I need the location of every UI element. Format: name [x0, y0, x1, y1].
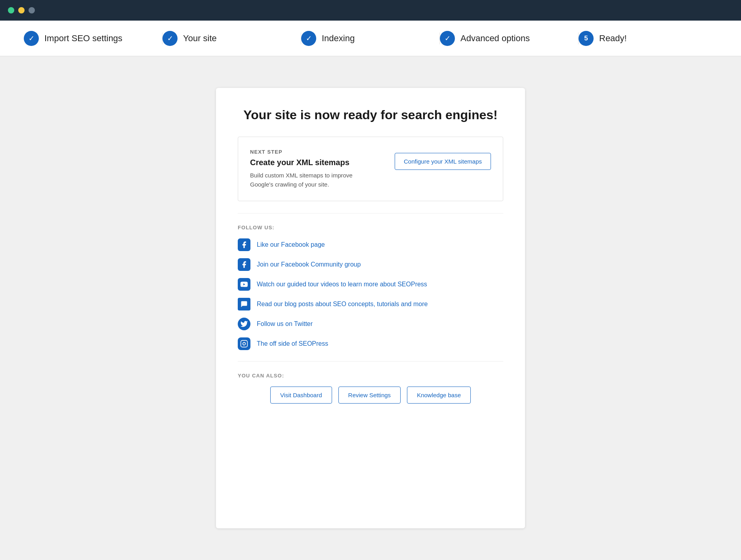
next-step-desc: Build custom XML sitemaps to improve Goo…: [250, 171, 369, 189]
you-can-also-label: YOU CAN ALSO:: [238, 373, 503, 379]
youtube-link[interactable]: Watch our guided tour videos to learn mo…: [238, 278, 503, 291]
follow-us-label: FOLLOW US:: [238, 225, 503, 230]
step-item-your-site: ✓ Your site: [162, 31, 301, 46]
instagram-text: The off side of SEOPress: [257, 340, 328, 347]
twitter-link[interactable]: Follow us on Twitter: [238, 318, 503, 330]
facebook-like-text: Like our Facebook page: [257, 241, 325, 248]
next-step-label: NEXT STEP: [250, 149, 369, 155]
step-check-import-seo: ✓: [24, 31, 39, 46]
youtube-text: Watch our guided tour videos to learn mo…: [257, 281, 427, 288]
traffic-light-gray: [29, 7, 35, 13]
step-check-your-site: ✓: [162, 31, 178, 46]
traffic-light-yellow: [18, 7, 25, 13]
step-label-your-site: Your site: [183, 33, 217, 44]
blog-icon: [238, 298, 250, 310]
facebook-like-icon: [238, 238, 250, 251]
blog-link[interactable]: Read our blog posts about SEO concepts, …: [238, 298, 503, 310]
review-settings-button[interactable]: Review Settings: [338, 387, 401, 404]
step-check-advanced-options: ✓: [440, 31, 455, 46]
step-item-ready: 5 Ready!: [579, 31, 717, 46]
instagram-icon: [238, 337, 250, 350]
next-step-title: Create your XML sitemaps: [250, 158, 369, 167]
youtube-icon: [238, 278, 250, 291]
follow-us-section: FOLLOW US: Like our Facebook page Join o…: [238, 213, 503, 350]
next-step-content: NEXT STEP Create your XML sitemaps Build…: [250, 149, 369, 189]
facebook-like-link[interactable]: Like our Facebook page: [238, 238, 503, 251]
blog-text: Read our blog posts about SEO concepts, …: [257, 301, 428, 308]
page-title: Your site is now ready for search engine…: [238, 108, 503, 122]
also-buttons-group: Visit Dashboard Review Settings Knowledg…: [238, 387, 503, 404]
svg-rect-1: [241, 341, 248, 347]
visit-dashboard-button[interactable]: Visit Dashboard: [270, 387, 332, 404]
knowledge-base-button[interactable]: Knowledge base: [407, 387, 471, 404]
facebook-community-text: Join our Facebook Community group: [257, 261, 361, 268]
step-check-indexing: ✓: [301, 31, 316, 46]
twitter-icon: [238, 318, 250, 330]
step-item-advanced-options: ✓ Advanced options: [440, 31, 579, 46]
facebook-community-link[interactable]: Join our Facebook Community group: [238, 258, 503, 271]
step-label-ready: Ready!: [599, 33, 627, 44]
facebook-community-icon: [238, 258, 250, 271]
step-item-import-seo: ✓ Import SEO settings: [24, 31, 162, 46]
next-step-box: NEXT STEP Create your XML sitemaps Build…: [238, 137, 503, 201]
step-nav: ✓ Import SEO settings ✓ Your site ✓ Inde…: [0, 21, 741, 56]
you-can-also-section: YOU CAN ALSO: Visit Dashboard Review Set…: [238, 361, 503, 404]
traffic-light-green: [8, 7, 14, 13]
configure-xml-sitemaps-button[interactable]: Configure your XML sitemaps: [395, 153, 491, 170]
instagram-link[interactable]: The off side of SEOPress: [238, 337, 503, 350]
step-label-indexing: Indexing: [322, 33, 355, 44]
step-number-ready: 5: [579, 31, 594, 46]
content-card: Your site is now ready for search engine…: [216, 88, 525, 528]
title-bar: [0, 0, 741, 21]
step-label-import-seo: Import SEO settings: [44, 33, 122, 44]
main-area: Your site is now ready for search engine…: [0, 56, 741, 560]
step-label-advanced-options: Advanced options: [460, 33, 530, 44]
twitter-text: Follow us on Twitter: [257, 320, 313, 328]
step-item-indexing: ✓ Indexing: [301, 31, 440, 46]
